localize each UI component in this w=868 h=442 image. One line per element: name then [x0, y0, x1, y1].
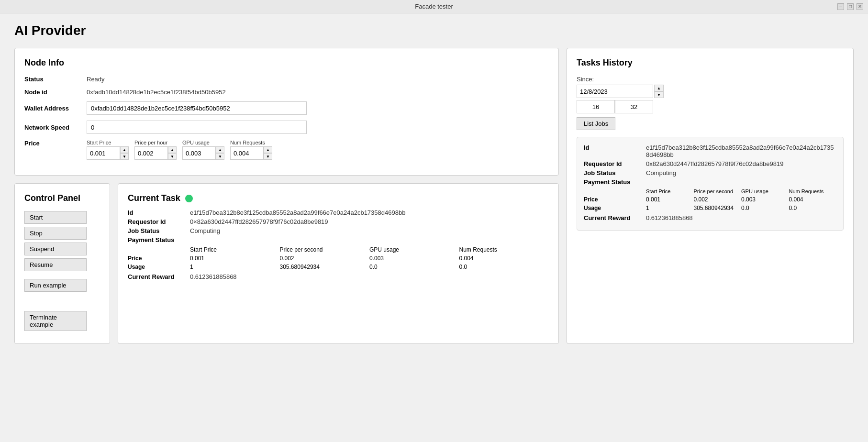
job-usage-v-num-req: 0.0 [789, 205, 837, 211]
task-reward-row: Current Reward 0.612361885868 [128, 273, 549, 280]
price-val-num-req: 0.004 [459, 255, 549, 262]
num-requests-down[interactable]: ▼ [264, 153, 272, 160]
control-panel-title: Control Panel [24, 193, 100, 203]
price-row: Price Start Price ▲ ▼ [24, 140, 549, 160]
date-input[interactable] [577, 85, 653, 98]
price-label: Price [24, 140, 87, 147]
tasks-history-card: Tasks History Since: ▲ ▼ List Jobs Id e1… [567, 48, 854, 344]
job-price-v-num-req: 0.004 [789, 196, 837, 203]
close-button[interactable]: ✕ [857, 3, 863, 10]
job-price-headers: Start Price Price per second GPU usage N… [646, 188, 836, 194]
job-price-spacer [584, 188, 646, 194]
job-price-v-gpu: 0.003 [741, 196, 789, 203]
num-requests-spinner-buttons: ▲ ▼ [264, 146, 272, 160]
task-id-row: Id e1f15d7bea312b8e3f125cdba85552a8ad2a9… [128, 209, 549, 216]
price-val-start: 0.001 [190, 255, 280, 262]
job-price-label: Price [584, 196, 646, 203]
job-usage-v-per-second: 305.680942934 [694, 205, 742, 211]
task-requestor-row: Requestor Id 0×82a630d2447ffd282657978f9… [128, 218, 549, 225]
start-price-input[interactable] [87, 146, 120, 160]
time-inputs [577, 100, 844, 113]
date-down[interactable]: ▼ [654, 91, 664, 98]
price-section: Start Price ▲ ▼ Price per hour [87, 140, 272, 160]
price-per-hour-input[interactable] [134, 146, 168, 160]
current-task-title: Current Task [128, 193, 180, 203]
node-id-row: Node id 0xfadb10dd14828de1b2ec5ce1f238f5… [24, 88, 549, 96]
stop-button[interactable]: Stop [24, 227, 87, 240]
job-usage-values-row: Usage 1 305.680942934 0.0 0.0 [584, 205, 836, 211]
gpu-usage-spinner: ▲ ▼ [182, 146, 224, 160]
gpu-usage-input[interactable] [182, 146, 216, 160]
job-id-label: Id [584, 144, 646, 158]
page-title: AI Provider [14, 23, 854, 38]
price-per-hour-spinner: ▲ ▼ [134, 146, 177, 160]
suspend-button[interactable]: Suspend [24, 243, 87, 255]
usage-values-row: Usage 1 305.680942934 0.0 0.0 [128, 264, 549, 270]
start-price-down[interactable]: ▼ [120, 153, 129, 160]
task-job-status-row: Job Status Computing [128, 227, 549, 234]
num-requests-input[interactable] [230, 146, 264, 160]
start-price-spinner-buttons: ▲ ▼ [120, 146, 129, 160]
task-id-value: e1f15d7bea312b8e3f125cdba85552a8ad2a99f6… [190, 209, 405, 216]
usage-val-start: 1 [190, 264, 280, 270]
current-task-header: Current Task [128, 193, 549, 203]
control-btn-group: Start Stop Suspend Resume [24, 211, 100, 271]
network-speed-label: Network Speed [24, 124, 87, 131]
time-minute-input[interactable] [615, 100, 653, 113]
run-example-button[interactable]: Run example [24, 279, 87, 292]
app-container: AI Provider Node Info Status Ready Node … [0, 13, 868, 354]
start-price-up[interactable]: ▲ [120, 146, 129, 153]
num-requests-group: Num Requests ▲ ▼ [230, 140, 272, 160]
job-requestor-value: 0x82a630d2447ffd282657978f9f76c02da8be98… [646, 160, 784, 167]
usage-val-gpu: 0.0 [369, 264, 459, 270]
status-indicator [185, 195, 193, 202]
date-up[interactable]: ▲ [654, 85, 664, 91]
start-button[interactable]: Start [24, 211, 87, 224]
window-title: Facade tester [415, 3, 453, 10]
gpu-usage-up[interactable]: ▲ [216, 146, 224, 153]
time-hour-input[interactable] [577, 100, 615, 113]
price-header-start: Start Price [190, 246, 280, 253]
list-jobs-button[interactable]: List Jobs [577, 117, 615, 130]
job-status-label: Job Status [584, 169, 646, 177]
task-reward-value: 0.612361885868 [190, 273, 237, 280]
date-spinner-buttons: ▲ ▼ [654, 85, 664, 98]
wallet-input[interactable] [87, 101, 307, 115]
job-price-table: Start Price Price per second GPU usage N… [584, 188, 836, 211]
num-requests-up[interactable]: ▲ [264, 146, 272, 153]
network-speed-input[interactable] [87, 121, 307, 134]
price-val-gpu: 0.003 [369, 255, 459, 262]
price-per-hour-group: Price per hour ▲ ▼ [134, 140, 177, 160]
job-price-h-per-second: Price per second [694, 188, 742, 194]
task-requestor-value: 0×82a630d2447ffd282657978f9f76c02da8be98… [190, 218, 328, 225]
node-id-label: Node id [24, 88, 87, 96]
job-id-row: Id e1f15d7bea312b8e3f125cdba85552a8ad2a9… [584, 144, 836, 158]
usage-val-num-req: 0.0 [459, 264, 549, 270]
num-requests-label: Num Requests [230, 140, 272, 145]
main-layout: Node Info Status Ready Node id 0xfadb10d… [14, 48, 854, 344]
job-card: Id e1f15d7bea312b8e3f125cdba85552a8ad2a9… [577, 137, 844, 231]
maximize-button[interactable]: □ [847, 3, 854, 10]
price-spacer [128, 246, 190, 253]
price-row-label: Price [128, 255, 190, 262]
resume-button[interactable]: Resume [24, 258, 87, 271]
price-per-hour-down[interactable]: ▼ [168, 153, 177, 160]
wallet-label: Wallet Address [24, 105, 87, 112]
job-usage-label: Usage [584, 205, 646, 211]
job-price-v-start: 0.001 [646, 196, 694, 203]
task-price-table: Start Price Price per second GPU usage N… [128, 246, 549, 270]
left-panel: Node Info Status Ready Node id 0xfadb10d… [14, 48, 559, 344]
price-header-per-second: Price per second [280, 246, 370, 253]
minimize-button[interactable]: – [837, 3, 844, 10]
terminate-example-button[interactable]: Terminate example [24, 311, 87, 331]
price-header-num-req: Num Requests [459, 246, 549, 253]
price-per-hour-up[interactable]: ▲ [168, 146, 177, 153]
price-per-hour-spinner-buttons: ▲ ▼ [168, 146, 177, 160]
job-payment-row: Payment Status [584, 178, 836, 186]
job-reward-value: 0.612361885868 [646, 214, 693, 221]
gpu-usage-down[interactable]: ▼ [216, 153, 224, 160]
node-id-value: 0xfadb10dd14828de1b2ec5ce1f238f54bd50b59… [87, 88, 226, 96]
job-usage-v-start: 1 [646, 205, 694, 211]
window-controls: – □ ✕ [837, 3, 863, 10]
job-price-h-num-req: Num Requests [789, 188, 837, 194]
